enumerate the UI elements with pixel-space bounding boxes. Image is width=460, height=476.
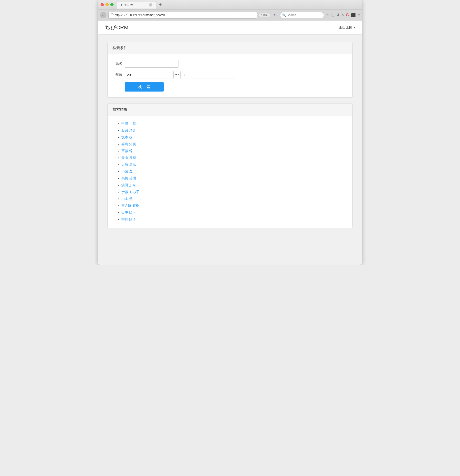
search-form-card: 検索条件 氏名 年齢 〜 検 <box>107 42 353 98</box>
age-input-wrapper: 〜 <box>125 71 234 79</box>
list-item: 西之園 直樹 <box>121 202 347 209</box>
traffic-lights <box>101 3 114 6</box>
age-row: 年齢 〜 <box>113 71 347 79</box>
result-link[interactable]: 山本 学 <box>121 197 133 201</box>
result-link[interactable]: 青山 篤司 <box>121 156 136 160</box>
list-item: 大垣 康弘 <box>121 161 347 168</box>
result-link[interactable]: 西之園 直樹 <box>121 204 139 207</box>
results-body: 中津川 晃渡辺 洋介坂本 稔喜嶋 知実斉藤 幹青山 篤司大垣 康弘小泉 翼高橋 … <box>108 115 352 228</box>
list-item: 小泉 翼 <box>121 168 347 175</box>
list-item: 渡辺 洋介 <box>121 127 347 134</box>
search-form-header: 検索条件 <box>108 42 352 54</box>
download-icon[interactable]: ⬇ <box>336 13 340 17</box>
age-tilde: 〜 <box>175 72 179 78</box>
result-link[interactable]: 渡辺 洋介 <box>121 128 136 132</box>
name-input[interactable] <box>125 60 178 68</box>
maximize-window-button[interactable] <box>110 3 114 6</box>
list-item: 喜嶋 知実 <box>121 141 347 148</box>
app-title: ちびCRM <box>105 24 128 31</box>
search-button-row: 検 索 <box>125 82 347 92</box>
active-tab[interactable]: ちびCRM × <box>117 1 156 9</box>
results-card: 検索結果 中津川 晃渡辺 洋介坂本 稔喜嶋 知実斉藤 幹青山 篤司大垣 康弘小泉… <box>107 103 353 228</box>
result-link[interactable]: 喜嶋 知実 <box>121 142 136 146</box>
user-dropdown-arrow: ▾ <box>354 26 355 29</box>
age-label: 年齢 <box>113 73 122 77</box>
result-link[interactable]: 中津川 晃 <box>121 122 136 125</box>
result-link[interactable]: 宇野 陽子 <box>121 217 136 221</box>
search-magnifier-icon: 🔍 <box>282 13 286 17</box>
results-list: 中津川 晃渡辺 洋介坂本 稔喜嶋 知実斉藤 幹青山 篤司大垣 康弘小泉 翼高橋 … <box>113 120 347 223</box>
search-button[interactable]: 検 索 <box>125 82 164 92</box>
tab-title: ちびCRM <box>121 3 133 7</box>
result-link[interactable]: 高橋 英樹 <box>121 176 136 180</box>
back-button[interactable]: ← <box>100 12 106 18</box>
result-link[interactable]: 浜田 加奈 <box>121 183 136 187</box>
age-to-input[interactable] <box>180 71 234 79</box>
info-icon: ⓘ <box>111 13 114 17</box>
result-link[interactable]: 大垣 康弘 <box>121 163 136 166</box>
browser-toolbar-icons: ☆ ⊞ ⬇ ⌂ G ⬛ ≡ <box>326 13 360 17</box>
browser-search-bar[interactable]: 🔍 Search <box>280 12 324 18</box>
name-row: 氏名 <box>113 60 347 68</box>
url-text: http://127.0.0.1:9999/customer_search <box>115 13 165 17</box>
browser-addressbar: ← ⓘ http://127.0.0.1:9999/customer_searc… <box>98 10 362 21</box>
tab-close-button[interactable]: × <box>149 3 152 7</box>
reload-button[interactable]: ↻ <box>272 12 278 18</box>
result-link[interactable]: 斉藤 幹 <box>121 149 133 153</box>
age-from-input[interactable] <box>125 71 174 79</box>
name-label: 氏名 <box>113 62 122 66</box>
extension-icon-1[interactable]: G <box>346 13 349 17</box>
menu-icon[interactable]: ≡ <box>358 13 360 17</box>
extension-icon-2[interactable]: ⬛ <box>351 13 356 17</box>
minimize-window-button[interactable] <box>105 3 109 6</box>
result-link[interactable]: 田中 陽一 <box>121 210 136 214</box>
browser-frame: ちびCRM × + ← ⓘ http://127.0.0.1:9999/cust… <box>98 0 362 265</box>
result-link[interactable]: 小泉 翼 <box>121 169 133 173</box>
search-form-body: 氏名 年齢 〜 検 索 <box>108 54 352 97</box>
list-item: 青山 篤司 <box>121 155 347 161</box>
close-window-button[interactable] <box>101 3 104 6</box>
list-item: 浜田 加奈 <box>121 182 347 189</box>
app-header: ちびCRM 山田太郎 ▾ <box>98 21 362 35</box>
result-link[interactable]: 坂本 稔 <box>121 135 133 139</box>
new-tab-button[interactable]: + <box>157 1 164 8</box>
browser-titlebar: ちびCRM × + <box>98 0 362 10</box>
results-header: 検索結果 <box>108 104 352 115</box>
user-name: 山田太郎 <box>339 25 353 30</box>
url-bar[interactable]: ⓘ http://127.0.0.1:9999/customer_search <box>108 12 257 19</box>
user-menu[interactable]: 山田太郎 ▾ <box>339 25 355 30</box>
list-item: 山本 学 <box>121 196 347 202</box>
home-icon[interactable]: ⌂ <box>342 13 344 17</box>
list-item: 宇野 陽子 <box>121 216 347 223</box>
list-item: 高橋 英樹 <box>121 175 347 182</box>
list-item: 田中 陽一 <box>121 209 347 216</box>
list-item: 坂本 稔 <box>121 134 347 141</box>
list-item: 伊藤 くみ子 <box>121 189 347 196</box>
page-content: ちびCRM 山田太郎 ▾ 検索条件 氏名 年齢 <box>98 21 362 265</box>
reading-list-icon[interactable]: ⊞ <box>331 13 335 17</box>
list-item: 中津川 晃 <box>121 120 347 127</box>
zoom-level: 110% <box>259 13 270 17</box>
tab-bar: ちびCRM × + <box>117 1 359 9</box>
result-link[interactable]: 伊藤 くみ子 <box>121 190 139 194</box>
browser-search-placeholder: Search <box>287 13 296 17</box>
list-item: 斉藤 幹 <box>121 148 347 155</box>
bookmark-icon[interactable]: ☆ <box>326 13 329 17</box>
main-area: 検索条件 氏名 年齢 〜 検 <box>98 35 362 241</box>
